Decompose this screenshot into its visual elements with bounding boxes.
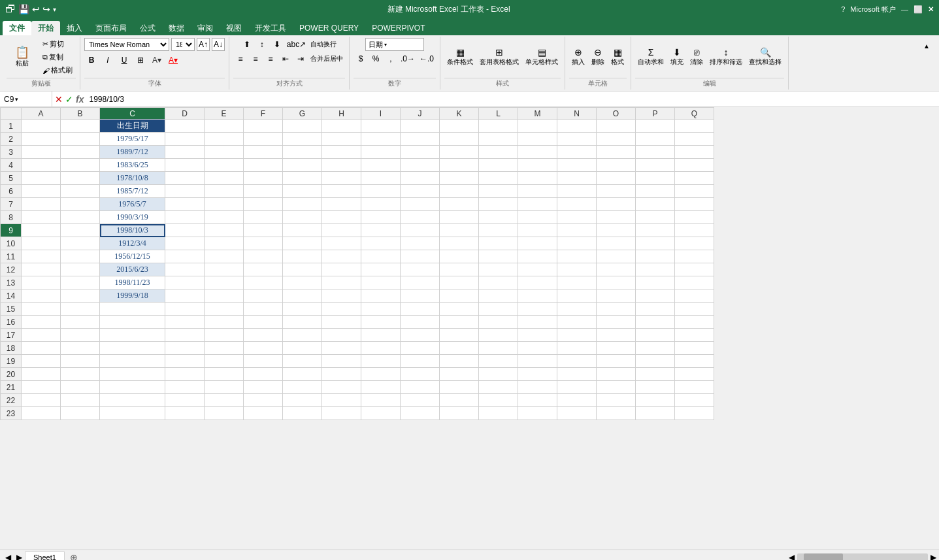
cell-G1[interactable] [283,120,322,133]
cell-B8[interactable] [61,211,100,224]
cell-D7[interactable] [165,198,205,211]
wrap-text-button[interactable]: 自动换行 [308,38,338,51]
col-header-o[interactable]: O [597,108,636,120]
row-header-19[interactable]: 19 [1,355,22,368]
increase-indent-button[interactable]: ⇥ [293,52,308,65]
cell-P15[interactable] [636,303,675,316]
cell-N14[interactable] [557,289,597,303]
row-header-21[interactable]: 21 [1,381,22,394]
cell-c21[interactable] [100,381,165,394]
cell-B5[interactable] [61,172,100,185]
cell-F7[interactable] [244,198,283,211]
cell-G6[interactable] [283,185,322,198]
paste-button[interactable]: 📋 粘贴 [7,45,38,69]
font-size-select[interactable]: 18 [171,38,195,51]
cell-G20[interactable] [283,368,322,381]
cell-B6[interactable] [61,185,100,198]
cell-B21[interactable] [61,381,100,394]
tab-home[interactable]: 开始 [31,21,60,35]
cell-K10[interactable] [440,237,479,250]
col-header-q[interactable]: Q [675,108,714,120]
cell-N9[interactable] [557,224,597,237]
cell-O12[interactable] [597,263,636,276]
formula-input[interactable] [86,95,939,104]
cell-D10[interactable] [165,237,205,250]
cell-L16[interactable] [479,316,518,329]
cell-M9[interactable] [518,224,557,237]
cell-K9[interactable] [440,224,479,237]
cell-D3[interactable] [165,146,205,159]
cell-K7[interactable] [440,198,479,211]
cell-H22[interactable] [322,394,361,407]
cell-O21[interactable] [597,381,636,394]
cell-A14[interactable] [22,289,61,303]
cell-F22[interactable] [244,394,283,407]
cell-I1[interactable] [361,120,401,133]
cell-J18[interactable] [401,342,440,355]
cell-B7[interactable] [61,198,100,211]
cell-I13[interactable] [361,276,401,289]
cell-F8[interactable] [244,211,283,224]
cell-F14[interactable] [244,289,283,303]
cell-J6[interactable] [401,185,440,198]
cell-c15[interactable] [100,303,165,316]
cell-B18[interactable] [61,342,100,355]
align-bottom-button[interactable]: ⬇ [270,38,284,51]
row-header-17[interactable]: 17 [1,329,22,342]
cell-N17[interactable] [557,329,597,342]
close-button[interactable]: ✕ [928,5,934,14]
cell-A20[interactable] [22,368,61,381]
cell-E10[interactable] [205,237,244,250]
align-left-button[interactable]: ≡ [233,52,248,65]
cell-B23[interactable] [61,407,100,420]
cell-L6[interactable] [479,185,518,198]
tab-view[interactable]: 视图 [220,21,248,35]
cell-E6[interactable] [205,185,244,198]
cell-I20[interactable] [361,368,401,381]
cell-P3[interactable] [636,146,675,159]
number-format-select[interactable]: 日期 ▾ [365,38,424,51]
cell-N3[interactable] [557,146,597,159]
col-header-i[interactable]: I [361,108,401,120]
cell-B13[interactable] [61,276,100,289]
row-header-14[interactable]: 14 [1,289,22,303]
cell-F3[interactable] [244,146,283,159]
cell-G8[interactable] [283,211,322,224]
cell-E13[interactable] [205,276,244,289]
cell-B15[interactable] [61,303,100,316]
cell-Q12[interactable] [675,263,714,276]
cell-B4[interactable] [61,159,100,172]
cell-H12[interactable] [322,263,361,276]
cell-G19[interactable] [283,355,322,368]
row-header-15[interactable]: 15 [1,303,22,316]
cell-P21[interactable] [636,381,675,394]
cell-D18[interactable] [165,342,205,355]
row-header-2[interactable]: 2 [1,133,22,146]
cell-E11[interactable] [205,250,244,263]
cell-c16[interactable] [100,316,165,329]
cell-L19[interactable] [479,355,518,368]
cell-A9[interactable] [22,224,61,237]
cell-M21[interactable] [518,381,557,394]
scrollbar-thumb[interactable] [804,553,843,561]
cell-K20[interactable] [440,368,479,381]
cell-L2[interactable] [479,133,518,146]
cell-K13[interactable] [440,276,479,289]
merge-center-button[interactable]: 合并后居中 [308,52,345,65]
cell-c10[interactable]: 1912/3/4 [100,237,165,250]
confirm-formula-icon[interactable]: ✓ [65,94,73,105]
cell-B11[interactable] [61,250,100,263]
cell-D2[interactable] [165,133,205,146]
italic-button[interactable]: I [101,54,115,67]
scroll-right-button[interactable]: ▶ [931,553,936,561]
cell-N6[interactable] [557,185,597,198]
cell-Q23[interactable] [675,407,714,420]
cell-c20[interactable] [100,368,165,381]
col-header-p[interactable]: P [636,108,675,120]
cell-P8[interactable] [636,211,675,224]
cell-N1[interactable] [557,120,597,133]
cell-F18[interactable] [244,342,283,355]
cell-c23[interactable] [100,407,165,420]
cell-P19[interactable] [636,355,675,368]
insert-button[interactable]: ⊕ 插入 [569,46,587,68]
